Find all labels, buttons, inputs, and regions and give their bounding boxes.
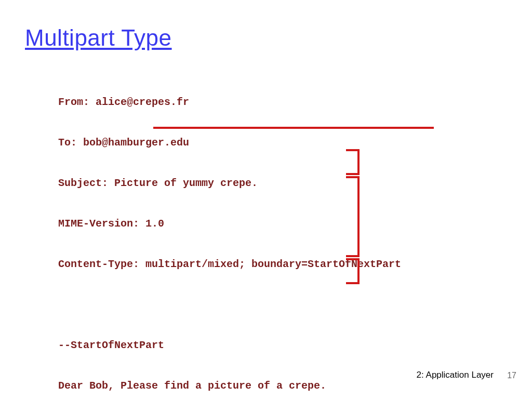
code-line: Dear Bob, Please find a picture of a cre… (58, 379, 484, 393)
code-line: MIME-Version: 1.0 (58, 217, 484, 231)
footer-chapter: 2: Application Layer (417, 370, 494, 380)
bracket-part-2 (346, 176, 360, 257)
emphasis-underline (153, 127, 434, 129)
bracket-part-1 (346, 149, 360, 175)
code-line: --StartOfNextPart (58, 339, 484, 352)
code-line (58, 298, 484, 312)
footer-page-number: 17 (507, 371, 516, 380)
code-line: From: alice@crepes.fr (58, 96, 484, 109)
code-line: Content-Type: multipart/mixed; boundary=… (58, 258, 484, 271)
slide: Multipart Type From: alice@crepes.fr To:… (0, 0, 532, 399)
slide-title: Multipart Type (25, 25, 172, 51)
bracket-part-3 (346, 258, 360, 284)
mime-example-block: From: alice@crepes.fr To: bob@hamburger.… (58, 69, 484, 399)
code-line: To: bob@hamburger.edu (58, 136, 484, 150)
code-line: Subject: Picture of yummy crepe. (58, 177, 484, 190)
